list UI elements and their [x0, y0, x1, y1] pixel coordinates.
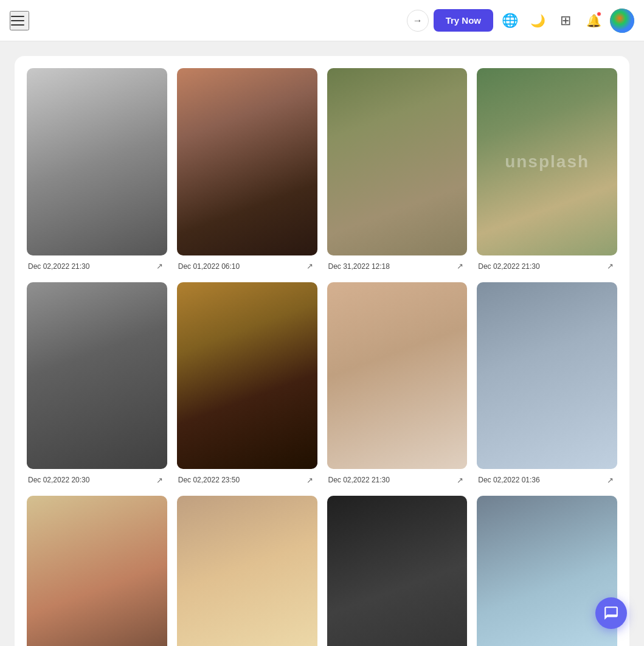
photo-date: Dec 01,2022 06:10 — [178, 262, 240, 271]
photo-item[interactable] — [27, 496, 167, 646]
photo-image-wrap — [177, 282, 317, 470]
menu-button[interactable] — [10, 11, 29, 30]
chat-fab-button[interactable] — [595, 597, 627, 629]
photo-item[interactable]: Dec 02,2022 23:50↗ — [177, 282, 317, 487]
darkmode-icon: 🌙 — [530, 13, 545, 28]
expand-icon[interactable]: ↗ — [454, 260, 466, 273]
photo-image — [327, 282, 468, 470]
notifications-button[interactable]: 🔔 — [582, 9, 605, 32]
header: → Try Now 🌐 🌙 ⊞ 🔔 — [0, 0, 644, 41]
navigate-button[interactable]: → — [407, 10, 429, 32]
photo-image — [27, 496, 167, 646]
photo-item[interactable]: Dec 02,2022 20:30↗ — [27, 282, 167, 487]
photo-meta: Dec 02,2022 23:50↗ — [177, 474, 317, 486]
photo-card: Dec 02,2022 21:30↗Dec 01,2022 06:10↗Dec … — [15, 56, 629, 646]
menu-line — [11, 20, 24, 21]
photo-meta: Dec 02,2022 21:30↗ — [327, 474, 468, 486]
expand-icon[interactable]: ↗ — [604, 260, 616, 273]
photo-image — [477, 68, 617, 255]
photo-meta: Dec 02,2022 21:30↗ — [27, 260, 167, 273]
photo-image-wrap — [477, 282, 617, 470]
translate-icon: 🌐 — [502, 13, 518, 29]
photo-image — [177, 68, 317, 255]
photo-grid: Dec 02,2022 21:30↗Dec 01,2022 06:10↗Dec … — [27, 68, 617, 646]
photo-image — [477, 282, 617, 470]
photo-image — [27, 68, 167, 255]
translate-button[interactable]: 🌐 — [498, 9, 521, 32]
photo-meta: Dec 02,2022 01:36↗ — [477, 474, 617, 486]
photo-image-wrap — [177, 496, 317, 646]
arrow-right-icon: → — [413, 15, 423, 26]
photo-meta: Dec 02,2022 20:30↗ — [27, 474, 167, 486]
photo-image-wrap — [27, 282, 167, 470]
svg-point-0 — [610, 9, 634, 33]
header-left — [10, 11, 29, 30]
photo-meta: Dec 02,2022 21:30↗ — [477, 260, 617, 273]
photo-image-wrap — [477, 496, 617, 646]
photo-image — [477, 496, 617, 646]
photo-date: Dec 02,2022 23:50 — [178, 476, 240, 484]
photo-image — [27, 282, 167, 470]
photo-date: Dec 02,2022 21:30 — [328, 476, 390, 484]
photo-date: Dec 02,2022 01:36 — [478, 476, 539, 484]
main-content: Dec 02,2022 21:30↗Dec 01,2022 06:10↗Dec … — [0, 41, 644, 646]
photo-item[interactable]: Dec 02,2022 21:30↗ — [327, 282, 468, 487]
notification-dot — [597, 12, 601, 16]
expand-icon[interactable]: ↗ — [154, 260, 166, 273]
chat-icon — [603, 605, 619, 621]
photo-meta: Dec 01,2022 06:10↗ — [177, 260, 317, 273]
expand-icon[interactable]: ↗ — [304, 260, 316, 273]
photo-meta: Dec 31,2022 12:18↗ — [327, 260, 468, 273]
photo-item[interactable]: Dec 02,2022 01:36↗ — [477, 282, 617, 487]
photo-image-wrap — [327, 496, 468, 646]
photo-date: Dec 31,2022 12:18 — [328, 262, 390, 271]
menu-line — [11, 24, 24, 26]
expand-icon[interactable]: ↗ — [304, 474, 316, 486]
watermark: unsplash — [505, 151, 589, 172]
header-right: → Try Now 🌐 🌙 ⊞ 🔔 — [407, 9, 634, 33]
expand-icon[interactable]: ↗ — [604, 474, 616, 486]
try-now-button[interactable]: Try Now — [434, 9, 493, 32]
photo-date: Dec 02,2022 21:30 — [478, 262, 539, 271]
photo-image — [177, 282, 317, 470]
expand-icon[interactable]: ↗ — [154, 474, 166, 486]
photo-image-wrap — [177, 68, 317, 255]
photo-item[interactable]: unsplashDec 02,2022 21:30↗ — [477, 68, 617, 273]
photo-date: Dec 02,2022 20:30 — [28, 476, 89, 484]
avatar-image — [610, 9, 634, 33]
darkmode-button[interactable]: 🌙 — [526, 9, 549, 32]
photo-item[interactable] — [477, 496, 617, 646]
photo-item[interactable]: Dec 02,2022 21:30↗ — [27, 68, 167, 273]
grid-view-button[interactable]: ⊞ — [554, 9, 577, 32]
grid-icon: ⊞ — [560, 13, 571, 29]
expand-icon[interactable]: ↗ — [454, 474, 466, 486]
photo-item[interactable] — [177, 496, 317, 646]
photo-item[interactable] — [327, 496, 468, 646]
avatar[interactable] — [610, 9, 634, 33]
photo-image — [177, 496, 317, 646]
photo-item[interactable]: Dec 31,2022 12:18↗ — [327, 68, 468, 273]
photo-date: Dec 02,2022 21:30 — [28, 262, 89, 271]
photo-image-wrap: unsplash — [477, 68, 617, 255]
photo-image-wrap — [327, 68, 468, 255]
menu-line — [11, 16, 24, 17]
photo-item[interactable]: Dec 01,2022 06:10↗ — [177, 68, 317, 273]
photo-image-wrap — [27, 68, 167, 255]
photo-image-wrap — [327, 282, 468, 470]
photo-image-wrap — [27, 496, 167, 646]
photo-image — [327, 496, 468, 646]
photo-image — [327, 68, 468, 255]
